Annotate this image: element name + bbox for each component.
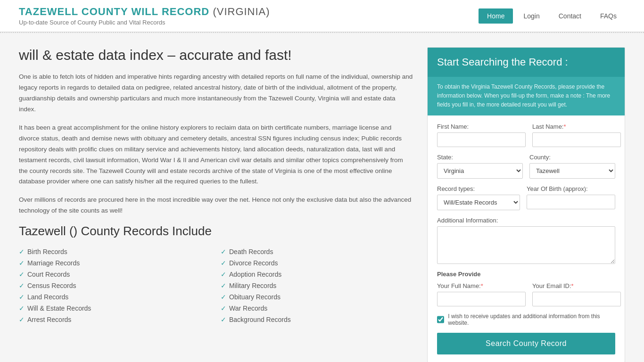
list-item: ✓ Court Records: [19, 269, 211, 280]
email-group: Your Email ID:*: [532, 282, 621, 306]
site-title: TAZEWELL COUNTY WILL RECORD (VIRGINIA): [19, 6, 270, 18]
record-types-label: Record types:: [437, 185, 520, 192]
record-types-select[interactable]: Will/Estate RecordsBirth RecordsDeath Re…: [437, 195, 520, 210]
record-label: Military Records: [229, 282, 276, 289]
record-label: Arrest Records: [27, 316, 71, 323]
record-label: Adoption Records: [229, 271, 281, 278]
check-icon: ✓: [221, 293, 226, 301]
check-icon: ✓: [221, 282, 226, 289]
records-grid: ✓ Birth Records ✓ Marriage Records ✓ Cou…: [19, 246, 413, 325]
list-item: ✓ Divorce Records: [221, 257, 413, 269]
record-label: Census Records: [27, 282, 76, 289]
year-of-birth-group: Year Of Birth (approx):: [527, 185, 615, 210]
records-col1: ✓ Birth Records ✓ Marriage Records ✓ Cou…: [19, 246, 211, 325]
email-label: Your Email ID:*: [532, 282, 621, 289]
page-headline: will & estate data index – accurate and …: [19, 47, 413, 63]
list-item: ✓ Census Records: [19, 280, 211, 291]
records-heading: Tazewell () County Records Include: [19, 224, 413, 239]
check-icon: ✓: [19, 259, 25, 267]
record-label: Will & Estate Records: [27, 304, 91, 312]
record-label: War Records: [229, 304, 267, 312]
year-of-birth-label: Year Of Birth (approx):: [527, 185, 615, 192]
nav-home[interactable]: Home: [479, 8, 513, 24]
list-item: ✓ Adoption Records: [221, 269, 413, 280]
record-label: Background Records: [229, 316, 291, 323]
check-icon: ✓: [221, 248, 226, 255]
list-item: ✓ Military Records: [221, 280, 413, 291]
site-subtitle: Up-to-date Source of County Public and V…: [19, 19, 270, 26]
site-title-sub: (VIRGINIA): [213, 6, 270, 17]
record-label: Birth Records: [27, 248, 67, 255]
check-icon: ✓: [221, 316, 226, 323]
site-title-main: TAZEWELL COUNTY WILL RECORD: [19, 6, 209, 17]
nav-login[interactable]: Login: [515, 8, 548, 24]
paragraph-1: One is able to fetch lots of hidden and …: [19, 72, 413, 115]
last-name-input[interactable]: [532, 132, 621, 147]
first-name-group: First Name:: [437, 123, 526, 147]
record-label: Court Records: [27, 271, 70, 278]
record-label: Marriage Records: [27, 259, 80, 267]
checkbox-label: I wish to receive updates and additional…: [448, 313, 615, 326]
header: TAZEWELL COUNTY WILL RECORD (VIRGINIA) U…: [0, 0, 644, 32]
sidebar: Start Searching the Record : To obtain t…: [427, 47, 625, 362]
required-marker-2: *: [481, 282, 483, 289]
county-label: County:: [529, 154, 615, 161]
check-icon: ✓: [221, 304, 226, 312]
required-marker: *: [563, 123, 566, 130]
nav-contact[interactable]: Contact: [550, 8, 590, 24]
form-body: First Name: Last Name:* State:: [428, 115, 625, 362]
record-label: Divorce Records: [229, 259, 278, 267]
record-label: Land Records: [27, 293, 68, 301]
records-section: Tazewell () County Records Include ✓ Bir…: [19, 224, 413, 325]
list-item: ✓ Arrest Records: [19, 314, 211, 325]
nav-faqs[interactable]: FAQs: [592, 8, 625, 24]
list-item: ✓ Marriage Records: [19, 257, 211, 269]
record-label: Obituary Records: [229, 293, 281, 301]
first-name-input[interactable]: [437, 132, 526, 147]
last-name-label: Last Name:*: [532, 123, 621, 130]
header-left: TAZEWELL COUNTY WILL RECORD (VIRGINIA) U…: [19, 6, 270, 26]
additional-info-group: Additional Information:: [437, 217, 615, 264]
list-item: ✓ Will & Estate Records: [19, 303, 211, 314]
list-item: ✓ Land Records: [19, 291, 211, 303]
additional-info-label: Additional Information:: [437, 217, 615, 224]
state-group: State: VirginiaAlabamaAlaskaArizonaArkan…: [437, 154, 523, 179]
required-marker-3: *: [571, 282, 574, 289]
full-name-label: Your Full Name:*: [437, 282, 526, 289]
last-name-group: Last Name:*: [532, 123, 621, 147]
check-icon: ✓: [19, 304, 25, 312]
check-icon: ✓: [19, 248, 25, 255]
county-group: County: TazewellArlingtonFairfaxPrince W…: [529, 154, 615, 179]
list-item: ✓ Obituary Records: [221, 291, 413, 303]
search-county-record-button[interactable]: Search County Record: [437, 333, 615, 354]
newsletter-checkbox-row: I wish to receive updates and additional…: [437, 313, 615, 326]
state-label: State:: [437, 154, 523, 161]
record-year-row: Record types: Will/Estate RecordsBirth R…: [437, 185, 615, 210]
list-item: ✓ Background Records: [221, 314, 413, 325]
paragraph-2: It has been a great accomplishment for t…: [19, 123, 413, 188]
contact-row: Your Full Name:* Your Email ID:*: [437, 282, 615, 306]
check-icon: ✓: [19, 282, 25, 289]
first-name-label: First Name:: [437, 123, 526, 130]
full-name-input[interactable]: [437, 292, 526, 306]
form-description: To obtain the Virginia Tazewell County R…: [428, 77, 625, 115]
search-form-panel: Start Searching the Record : To obtain t…: [427, 47, 625, 362]
form-heading: Start Searching the Record :: [437, 56, 615, 68]
newsletter-checkbox[interactable]: [437, 316, 444, 323]
record-types-group: Record types: Will/Estate RecordsBirth R…: [437, 185, 520, 210]
state-select[interactable]: VirginiaAlabamaAlaskaArizonaArkansasCali…: [437, 163, 523, 179]
check-icon: ✓: [19, 316, 25, 323]
please-provide-label: Please Provide: [437, 271, 615, 278]
records-col2: ✓ Death Records ✓ Divorce Records ✓ Adop…: [221, 246, 413, 325]
form-header: Start Searching the Record :: [428, 48, 625, 77]
email-input[interactable]: [532, 292, 621, 306]
content-area: will & estate data index – accurate and …: [19, 47, 427, 362]
list-item: ✓ War Records: [221, 303, 413, 314]
record-label: Death Records: [229, 248, 273, 255]
year-of-birth-input[interactable]: [527, 195, 615, 209]
check-icon: ✓: [19, 271, 25, 278]
county-select[interactable]: TazewellArlingtonFairfaxPrince William: [529, 163, 615, 179]
full-name-group: Your Full Name:*: [437, 282, 526, 306]
main-nav: Home Login Contact FAQs: [479, 8, 625, 24]
additional-info-input[interactable]: [437, 226, 615, 264]
